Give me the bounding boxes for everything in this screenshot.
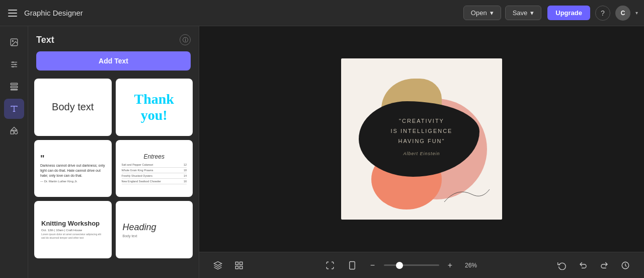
svg-rect-19 bbox=[349, 261, 355, 269]
fit-icon bbox=[326, 261, 335, 270]
avatar[interactable]: C bbox=[615, 6, 630, 21]
text-card-menu[interactable]: Entrees Salt and Pepper Calamari12 Whole… bbox=[116, 140, 193, 197]
main-area: Text ⓘ Add Text Body text Thankyou! " Da… bbox=[0, 26, 644, 278]
text-grid: Body text Thankyou! " Darkness cannot dr… bbox=[34, 79, 193, 258]
chevron-down-icon: ▾ bbox=[490, 9, 494, 17]
sidebar-shapes-button[interactable] bbox=[4, 121, 24, 141]
svg-rect-15 bbox=[235, 262, 238, 264]
toolbar-center: − + 26% bbox=[321, 257, 480, 274]
text-card-body[interactable]: Body text bbox=[34, 79, 112, 136]
zoom-out-button[interactable]: − bbox=[366, 258, 380, 272]
panel-content: Body text Thankyou! " Darkness cannot dr… bbox=[28, 79, 199, 278]
zoom-slider[interactable] bbox=[384, 264, 439, 266]
knitting-description: Lorem ipsum dolor sit amet consectetur a… bbox=[41, 233, 105, 240]
svg-point-7 bbox=[12, 66, 14, 67]
save-button[interactable]: Save ▾ bbox=[505, 6, 542, 20]
responsive-icon bbox=[348, 261, 357, 270]
svg-marker-14 bbox=[214, 261, 222, 265]
zoom-in-button[interactable]: + bbox=[443, 258, 457, 272]
quote-mark: " bbox=[40, 154, 106, 163]
text-card-thankyou[interactable]: Thankyou! bbox=[116, 79, 193, 136]
rotate-undo-button[interactable] bbox=[553, 257, 571, 274]
topbar: Graphic Designer Open ▾ Save ▾ Upgrade ?… bbox=[0, 0, 644, 26]
help-button[interactable]: ? bbox=[595, 6, 610, 21]
canvas-decorative-line bbox=[442, 184, 492, 204]
sidebar-adjustments-button[interactable] bbox=[4, 54, 24, 75]
rotate-ccw-icon bbox=[557, 261, 567, 270]
svg-rect-17 bbox=[235, 266, 238, 268]
sidebar-text-button[interactable] bbox=[4, 99, 24, 119]
text-card-knitting[interactable]: Knitting Workshop Oct. 12th | 10am | Cra… bbox=[34, 201, 112, 258]
svg-rect-18 bbox=[240, 266, 243, 268]
svg-rect-9 bbox=[11, 86, 18, 88]
knitting-subtitle: Oct. 12th | 10am | Craft House bbox=[41, 229, 105, 232]
undo-icon bbox=[579, 261, 588, 270]
redo-button[interactable] bbox=[596, 257, 613, 274]
svg-marker-13 bbox=[11, 127, 17, 130]
bottom-toolbar: − + 26% bbox=[199, 252, 644, 278]
grid-button[interactable] bbox=[230, 257, 248, 274]
info-icon[interactable]: ⓘ bbox=[180, 34, 191, 45]
svg-point-6 bbox=[14, 64, 16, 65]
user-chevron-icon[interactable]: ▾ bbox=[635, 10, 638, 16]
open-button[interactable]: Open ▾ bbox=[463, 6, 501, 20]
panel-header: Text ⓘ bbox=[28, 26, 199, 51]
menu-icon[interactable] bbox=[6, 8, 19, 19]
app-title: Graphic Designer bbox=[24, 9, 83, 17]
topbar-left: Graphic Designer bbox=[6, 8, 457, 19]
zoom-percent-label: 26% bbox=[462, 262, 480, 269]
history-button[interactable] bbox=[617, 257, 634, 274]
svg-point-1 bbox=[12, 40, 13, 41]
fit-screen-button[interactable] bbox=[321, 257, 339, 274]
grid-icon bbox=[234, 261, 244, 270]
layout-icon bbox=[10, 82, 19, 91]
text-icon bbox=[10, 104, 19, 113]
shapes-icon bbox=[10, 126, 19, 135]
svg-rect-16 bbox=[240, 262, 243, 264]
redo-icon bbox=[600, 261, 609, 270]
svg-rect-10 bbox=[11, 89, 18, 90]
knitting-content: Knitting Workshop Oct. 12th | 10am | Cra… bbox=[38, 217, 108, 243]
responsive-button[interactable] bbox=[344, 257, 361, 274]
icon-sidebar bbox=[0, 26, 28, 278]
history-icon bbox=[621, 261, 630, 270]
upgrade-button[interactable]: Upgrade bbox=[547, 6, 590, 20]
topbar-right: Upgrade ? C ▾ bbox=[547, 6, 638, 21]
heading-content: Heading Body text bbox=[120, 219, 189, 241]
toolbar-left bbox=[209, 257, 248, 274]
knitting-title: Knitting Workshop bbox=[41, 220, 105, 228]
layers-button[interactable] bbox=[209, 257, 226, 274]
text-card-heading[interactable]: Heading Body text bbox=[116, 201, 193, 258]
quote-author: — Dr. Martin Luther King Jr. bbox=[40, 180, 106, 183]
undo-button[interactable] bbox=[575, 257, 592, 274]
menu-title: Entrees bbox=[122, 153, 187, 160]
text-card-quote[interactable]: " Darkness cannot drive out darkness; on… bbox=[34, 140, 112, 197]
quote-text: Darkness cannot drive out darkness; only… bbox=[40, 163, 106, 178]
quote-content: " Darkness cannot drive out darkness; on… bbox=[38, 152, 108, 184]
adjustments-icon bbox=[10, 60, 19, 69]
menu-item-3: Freshly Shucked Oysters14 bbox=[122, 173, 187, 179]
svg-point-5 bbox=[12, 61, 14, 63]
canvas-wrapper[interactable]: "CREATIVITY IS INTELLIGENCE HAVING FUN" … bbox=[199, 26, 644, 252]
design-canvas[interactable]: "CREATIVITY IS INTELLIGENCE HAVING FUN" … bbox=[341, 58, 502, 220]
panel-title: Text bbox=[36, 35, 54, 45]
heading-title: Heading bbox=[123, 222, 186, 233]
menu-item-2: Whole Grain King Prawns18 bbox=[122, 168, 187, 173]
help-icon: ? bbox=[601, 9, 605, 17]
sidebar-layout-button[interactable] bbox=[4, 77, 24, 97]
topbar-center: Open ▾ Save ▾ bbox=[463, 6, 541, 20]
menu-content: Entrees Salt and Pepper Calamari12 Whole… bbox=[120, 151, 189, 186]
text-panel: Text ⓘ Add Text Body text Thankyou! " Da… bbox=[28, 26, 199, 278]
add-text-button[interactable]: Add Text bbox=[36, 51, 191, 71]
menu-item-4: New England Seafood Chowder16 bbox=[122, 179, 187, 184]
sidebar-photos-button[interactable] bbox=[4, 32, 24, 52]
svg-rect-8 bbox=[11, 83, 18, 85]
zoom-controls: − + bbox=[366, 258, 457, 272]
menu-item-1: Salt and Pepper Calamari12 bbox=[122, 162, 187, 168]
body-text-label: Body text bbox=[52, 101, 94, 113]
thank-you-label: Thankyou! bbox=[134, 91, 174, 123]
image-icon bbox=[10, 38, 19, 47]
chevron-down-icon: ▾ bbox=[530, 9, 534, 17]
canvas-quote-author: Albert Einstein bbox=[369, 151, 474, 156]
canvas-quote: "CREATIVITY IS INTELLIGENCE HAVING FUN" … bbox=[369, 116, 474, 156]
